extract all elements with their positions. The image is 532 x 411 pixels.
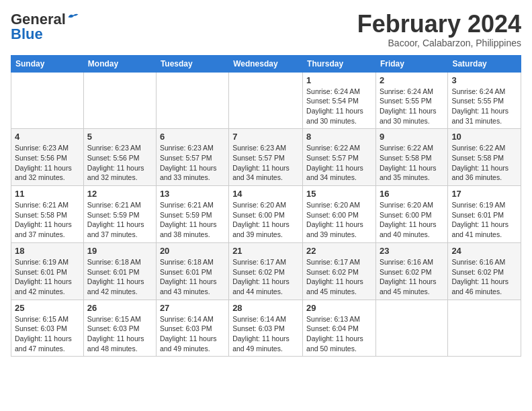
calendar-table: SundayMondayTuesdayWednesdayThursdayFrid… bbox=[11, 55, 521, 357]
day-info: Sunrise: 6:13 AM Sunset: 6:04 PM Dayligh… bbox=[306, 314, 372, 354]
day-info: Sunrise: 6:24 AM Sunset: 5:55 PM Dayligh… bbox=[451, 87, 517, 126]
day-number: 4 bbox=[15, 132, 80, 142]
day-info: Sunrise: 6:15 AM Sunset: 6:03 PM Dayligh… bbox=[87, 314, 152, 354]
day-info: Sunrise: 6:24 AM Sunset: 5:55 PM Dayligh… bbox=[380, 87, 444, 126]
day-number: 10 bbox=[451, 132, 517, 142]
day-number: 27 bbox=[160, 303, 225, 313]
calendar-cell: 18Sunrise: 6:19 AM Sunset: 6:01 PM Dayli… bbox=[11, 242, 84, 300]
day-number: 22 bbox=[306, 246, 372, 256]
calendar-cell: 11Sunrise: 6:21 AM Sunset: 5:58 PM Dayli… bbox=[11, 186, 84, 243]
day-number: 13 bbox=[160, 189, 225, 199]
day-info: Sunrise: 6:17 AM Sunset: 6:02 PM Dayligh… bbox=[306, 257, 372, 297]
day-number: 2 bbox=[380, 75, 444, 85]
day-of-week-header: Friday bbox=[375, 55, 447, 72]
day-info: Sunrise: 6:19 AM Sunset: 6:01 PM Dayligh… bbox=[451, 200, 517, 240]
day-info: Sunrise: 6:21 AM Sunset: 5:59 PM Dayligh… bbox=[160, 200, 225, 240]
calendar-cell: 15Sunrise: 6:20 AM Sunset: 6:00 PM Dayli… bbox=[303, 186, 376, 243]
day-of-week-header: Wednesday bbox=[229, 55, 303, 72]
day-number: 26 bbox=[87, 303, 152, 313]
day-info: Sunrise: 6:20 AM Sunset: 6:00 PM Dayligh… bbox=[306, 200, 372, 240]
calendar-cell: 14Sunrise: 6:20 AM Sunset: 6:00 PM Dayli… bbox=[229, 186, 303, 243]
page-header: General Blue February 2024 Bacoor, Calab… bbox=[11, 11, 521, 48]
calendar-cell: 8Sunrise: 6:22 AM Sunset: 5:57 PM Daylig… bbox=[303, 129, 376, 186]
day-number: 14 bbox=[232, 189, 299, 199]
day-info: Sunrise: 6:14 AM Sunset: 6:03 PM Dayligh… bbox=[160, 314, 225, 354]
day-info: Sunrise: 6:16 AM Sunset: 6:02 PM Dayligh… bbox=[380, 257, 444, 297]
day-number: 18 bbox=[15, 246, 80, 256]
day-number: 21 bbox=[232, 246, 299, 256]
calendar-cell: 17Sunrise: 6:19 AM Sunset: 6:01 PM Dayli… bbox=[448, 186, 521, 243]
day-info: Sunrise: 6:15 AM Sunset: 6:03 PM Dayligh… bbox=[15, 314, 80, 354]
calendar-cell: 2Sunrise: 6:24 AM Sunset: 5:55 PM Daylig… bbox=[375, 72, 447, 129]
calendar-cell: 9Sunrise: 6:22 AM Sunset: 5:58 PM Daylig… bbox=[375, 129, 447, 186]
calendar-header-row: SundayMondayTuesdayWednesdayThursdayFrid… bbox=[11, 55, 521, 72]
day-info: Sunrise: 6:18 AM Sunset: 6:01 PM Dayligh… bbox=[160, 257, 225, 297]
logo-bird-icon bbox=[67, 12, 79, 21]
calendar-cell: 4Sunrise: 6:23 AM Sunset: 5:56 PM Daylig… bbox=[11, 129, 84, 186]
calendar-cell: 10Sunrise: 6:22 AM Sunset: 5:58 PM Dayli… bbox=[448, 129, 521, 186]
day-number: 24 bbox=[451, 246, 517, 256]
day-number: 7 bbox=[232, 132, 299, 142]
calendar-cell: 13Sunrise: 6:21 AM Sunset: 5:59 PM Dayli… bbox=[156, 186, 228, 243]
day-info: Sunrise: 6:19 AM Sunset: 6:01 PM Dayligh… bbox=[15, 257, 80, 297]
day-info: Sunrise: 6:23 AM Sunset: 5:56 PM Dayligh… bbox=[87, 143, 152, 183]
title-area: February 2024 Bacoor, Calabarzon, Philip… bbox=[357, 11, 521, 48]
calendar-cell bbox=[229, 72, 303, 129]
day-number: 29 bbox=[306, 303, 372, 313]
calendar-cell: 5Sunrise: 6:23 AM Sunset: 5:56 PM Daylig… bbox=[83, 129, 156, 186]
day-info: Sunrise: 6:22 AM Sunset: 5:57 PM Dayligh… bbox=[306, 143, 372, 183]
calendar-week-row: 25Sunrise: 6:15 AM Sunset: 6:03 PM Dayli… bbox=[11, 300, 521, 357]
location-subtitle: Bacoor, Calabarzon, Philippines bbox=[357, 38, 521, 48]
calendar-cell: 16Sunrise: 6:20 AM Sunset: 6:00 PM Dayli… bbox=[375, 186, 447, 243]
day-of-week-header: Thursday bbox=[303, 55, 376, 72]
calendar-cell bbox=[11, 72, 84, 129]
calendar-cell: 1Sunrise: 6:24 AM Sunset: 5:54 PM Daylig… bbox=[303, 72, 376, 129]
day-info: Sunrise: 6:24 AM Sunset: 5:54 PM Dayligh… bbox=[306, 87, 372, 126]
day-number: 28 bbox=[232, 303, 299, 313]
calendar-week-row: 18Sunrise: 6:19 AM Sunset: 6:01 PM Dayli… bbox=[11, 242, 521, 300]
calendar-cell: 19Sunrise: 6:18 AM Sunset: 6:01 PM Dayli… bbox=[83, 242, 156, 300]
day-number: 1 bbox=[306, 75, 372, 85]
day-info: Sunrise: 6:21 AM Sunset: 5:59 PM Dayligh… bbox=[87, 200, 152, 240]
day-of-week-header: Tuesday bbox=[156, 55, 228, 72]
calendar-cell bbox=[375, 300, 447, 357]
calendar-cell bbox=[83, 72, 156, 129]
calendar-week-row: 11Sunrise: 6:21 AM Sunset: 5:58 PM Dayli… bbox=[11, 186, 521, 243]
day-number: 20 bbox=[160, 246, 225, 256]
day-number: 3 bbox=[451, 75, 517, 85]
calendar-cell: 20Sunrise: 6:18 AM Sunset: 6:01 PM Dayli… bbox=[156, 242, 228, 300]
logo: General Blue bbox=[11, 11, 79, 43]
calendar-cell bbox=[156, 72, 228, 129]
calendar-cell: 12Sunrise: 6:21 AM Sunset: 5:59 PM Dayli… bbox=[83, 186, 156, 243]
calendar-cell: 6Sunrise: 6:23 AM Sunset: 5:57 PM Daylig… bbox=[156, 129, 228, 186]
day-of-week-header: Sunday bbox=[11, 55, 84, 72]
day-info: Sunrise: 6:22 AM Sunset: 5:58 PM Dayligh… bbox=[380, 143, 444, 183]
calendar-cell: 28Sunrise: 6:14 AM Sunset: 6:03 PM Dayli… bbox=[229, 300, 303, 357]
calendar-week-row: 1Sunrise: 6:24 AM Sunset: 5:54 PM Daylig… bbox=[11, 72, 521, 129]
day-info: Sunrise: 6:14 AM Sunset: 6:03 PM Dayligh… bbox=[232, 314, 299, 354]
day-info: Sunrise: 6:22 AM Sunset: 5:58 PM Dayligh… bbox=[451, 143, 517, 183]
day-number: 19 bbox=[87, 246, 152, 256]
day-info: Sunrise: 6:21 AM Sunset: 5:58 PM Dayligh… bbox=[15, 200, 80, 240]
day-info: Sunrise: 6:16 AM Sunset: 6:02 PM Dayligh… bbox=[451, 257, 517, 297]
calendar-cell: 22Sunrise: 6:17 AM Sunset: 6:02 PM Dayli… bbox=[303, 242, 376, 300]
day-of-week-header: Saturday bbox=[448, 55, 521, 72]
day-number: 11 bbox=[15, 189, 80, 199]
calendar-cell: 23Sunrise: 6:16 AM Sunset: 6:02 PM Dayli… bbox=[375, 242, 447, 300]
day-number: 15 bbox=[306, 189, 372, 199]
day-number: 6 bbox=[160, 132, 225, 142]
calendar-cell bbox=[448, 300, 521, 357]
calendar-cell: 25Sunrise: 6:15 AM Sunset: 6:03 PM Dayli… bbox=[11, 300, 84, 357]
day-of-week-header: Monday bbox=[83, 55, 156, 72]
day-info: Sunrise: 6:23 AM Sunset: 5:56 PM Dayligh… bbox=[15, 143, 80, 183]
calendar-cell: 7Sunrise: 6:23 AM Sunset: 5:57 PM Daylig… bbox=[229, 129, 303, 186]
day-number: 9 bbox=[380, 132, 444, 142]
calendar-cell: 26Sunrise: 6:15 AM Sunset: 6:03 PM Dayli… bbox=[83, 300, 156, 357]
calendar-cell: 24Sunrise: 6:16 AM Sunset: 6:02 PM Dayli… bbox=[448, 242, 521, 300]
day-number: 17 bbox=[451, 189, 517, 199]
calendar-body: 1Sunrise: 6:24 AM Sunset: 5:54 PM Daylig… bbox=[11, 72, 521, 357]
calendar-cell: 21Sunrise: 6:17 AM Sunset: 6:02 PM Dayli… bbox=[229, 242, 303, 300]
day-number: 16 bbox=[380, 189, 444, 199]
day-number: 5 bbox=[87, 132, 152, 142]
day-info: Sunrise: 6:20 AM Sunset: 6:00 PM Dayligh… bbox=[232, 200, 299, 240]
